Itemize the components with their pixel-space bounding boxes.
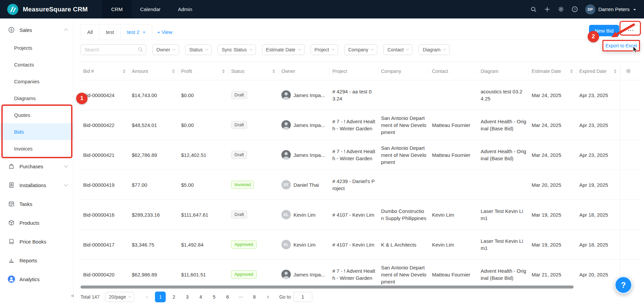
column-header[interactable]: Contact: [429, 62, 478, 80]
page-size-select[interactable]: 20/page: [105, 292, 135, 302]
export-to-excel-menu-item[interactable]: Export to Excel: [602, 40, 640, 51]
top-nav-item[interactable]: Calendar: [131, 0, 169, 18]
owner-name: Kevin Lim: [293, 241, 316, 248]
page-number-button[interactable]: 4: [195, 292, 206, 302]
column-header[interactable]: Profit: [178, 62, 228, 80]
next-page-button[interactable]: ›: [262, 292, 273, 302]
column-settings-button[interactable]: [620, 62, 636, 80]
search-icon[interactable]: [530, 6, 537, 12]
top-nav-item[interactable]: Admin: [169, 0, 201, 18]
sidebar-item[interactable]: Tasks: [0, 194, 73, 213]
column-header[interactable]: Status: [228, 62, 279, 80]
column-header[interactable]: Company: [378, 62, 429, 80]
sidebar-subitem[interactable]: Contacts: [0, 56, 73, 73]
view-tab[interactable]: test: [99, 24, 121, 40]
sidebar-item[interactable]: Price Books: [0, 232, 73, 251]
contact-cell: Matteau Fournier: [429, 148, 478, 162]
sort-icon[interactable]: [172, 69, 176, 73]
status-cell: Draft: [228, 147, 279, 162]
column-header[interactable]: Amount: [129, 62, 178, 80]
page-number-button[interactable]: 8: [249, 292, 260, 302]
filter-dropdown[interactable]: Diagram: [419, 44, 449, 55]
table-row[interactable]: Bid-00000422 $48,524.01 $0.00 Draft Jame…: [80, 110, 640, 140]
tab-close-icon[interactable]: ×: [143, 30, 146, 35]
new-bid-button[interactable]: New Bid: [589, 25, 619, 36]
sidebar-item[interactable]: Installations: [0, 176, 73, 194]
filter-dropdown[interactable]: Status: [185, 44, 212, 55]
search-submit-icon[interactable]: [138, 47, 143, 52]
sidebar-collapse-icon[interactable]: «: [71, 292, 74, 299]
sidebar-item[interactable]: Reports: [0, 251, 73, 270]
goto-label: Go to: [279, 294, 290, 300]
sort-icon[interactable]: [222, 69, 226, 73]
user-menu[interactable]: DP Darren Peters: [585, 4, 637, 14]
sidebar-subitem[interactable]: Invoices: [0, 140, 73, 157]
sort-icon[interactable]: [272, 69, 276, 73]
help-circle-icon[interactable]: ?: [572, 6, 578, 12]
view-tab[interactable]: test 2 ×: [120, 24, 152, 40]
filter-dropdown[interactable]: Project: [311, 44, 338, 55]
goto-page-input[interactable]: [293, 292, 312, 302]
table-row[interactable]: Bid-00000424 $14,743.00 $0.00 Draft Jame…: [80, 80, 640, 110]
sidebar-subitem[interactable]: Companies: [0, 73, 73, 90]
column-header[interactable]: Estimate Date: [529, 62, 577, 80]
view-tab[interactable]: All: [80, 24, 100, 40]
page-number-button[interactable]: 5: [209, 292, 219, 302]
sidebar-item[interactable]: $ Sales: [0, 20, 73, 39]
page-number-button[interactable]: 1: [155, 292, 166, 302]
table-row[interactable]: Bid-00000416 $289,233.16 $111,647.61 Dra…: [80, 200, 640, 230]
help-fab-button[interactable]: ?: [614, 276, 632, 294]
horizontal-scrollbar[interactable]: [80, 286, 574, 289]
sort-icon[interactable]: [570, 69, 574, 73]
settings-gear-icon[interactable]: [558, 6, 564, 12]
more-actions-button[interactable]: ···: [622, 25, 640, 36]
sidebar-subitem[interactable]: Quotes: [0, 106, 73, 123]
company-cell: K & L Architects: [378, 238, 429, 252]
owner-cell: KL Kevin Lim: [279, 236, 330, 253]
plus-icon[interactable]: [544, 6, 550, 12]
table-row[interactable]: Bid-00000420 $62,986.89 $11,601.51 Appro…: [80, 260, 640, 288]
filter-dropdown[interactable]: Sync Status: [218, 44, 256, 55]
tab-label: test 2: [127, 29, 140, 35]
sidebar-subitem[interactable]: Bids: [0, 123, 73, 140]
bid-number-cell: Bid-00000424: [80, 88, 129, 102]
table-row[interactable]: Bid-00000421 $62,786.89 $12,402.51 Draft…: [80, 140, 640, 170]
table-row[interactable]: Bid-00000417 $3,346.75 $1,492.84 Approve…: [80, 230, 640, 260]
page-number-button[interactable]: 2: [168, 292, 179, 302]
column-header-label: Contact: [432, 69, 448, 74]
company-cell: [378, 181, 429, 188]
row-settings-spacer: [620, 80, 636, 110]
page-number-button[interactable]: •••: [235, 292, 246, 302]
sort-icon[interactable]: [614, 69, 618, 73]
sidebar-item[interactable]: Analytics: [0, 270, 73, 289]
filter-dropdown-label: Status: [189, 47, 203, 52]
owner-cell: DT Daniel Thai: [279, 177, 330, 193]
page-number-button[interactable]: 3: [182, 292, 193, 302]
chevron-down-icon: [173, 48, 175, 50]
column-header[interactable]: Project: [330, 62, 378, 80]
sidebar-item[interactable]: Purchases: [0, 157, 73, 176]
column-header[interactable]: Owner: [279, 62, 330, 80]
sort-icon[interactable]: [123, 69, 126, 73]
table-row[interactable]: Bid-00000419 $77.00 $5.00 Invoiced DT Da…: [80, 170, 640, 200]
diagram-cell: Advent Health - Original (Base Bid): [478, 144, 529, 165]
add-view-button[interactable]: + View: [157, 24, 172, 40]
bid-number-cell: Bid-00000422: [80, 118, 129, 132]
column-header[interactable]: Diagram: [478, 62, 529, 80]
prev-page-button[interactable]: ‹: [142, 292, 152, 302]
search-input[interactable]: [80, 44, 146, 55]
status-badge: Approved: [231, 270, 257, 278]
column-header[interactable]: Bid #: [80, 62, 129, 80]
sidebar-subitem[interactable]: Projects: [0, 39, 73, 56]
status-cell: Approved: [228, 267, 279, 282]
filter-dropdown[interactable]: Contact: [383, 44, 413, 55]
top-nav-item[interactable]: CRM: [102, 0, 131, 18]
filter-dropdown[interactable]: Company: [344, 44, 377, 55]
page-number-button[interactable]: 6: [222, 292, 233, 302]
filter-dropdown[interactable]: Owner: [152, 44, 179, 55]
sidebar-subitem[interactable]: Diagrams: [0, 90, 73, 106]
sidebar-item[interactable]: Products: [0, 213, 73, 232]
filter-dropdown[interactable]: Estimate Date: [262, 44, 305, 55]
column-header[interactable]: Expired Date: [577, 62, 620, 80]
sidebar-item-label: Installations: [19, 182, 46, 188]
